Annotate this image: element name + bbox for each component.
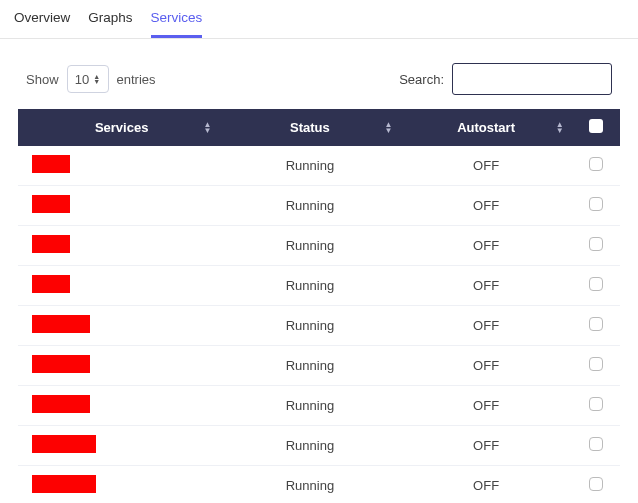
tab-services[interactable]: Services: [151, 10, 203, 38]
cell-autostart: OFF: [401, 226, 572, 266]
column-header-services[interactable]: Services ▲▼: [18, 109, 219, 146]
page-size-value: 10: [75, 72, 89, 87]
cell-select: [572, 266, 620, 306]
cell-service-name: [18, 226, 219, 266]
cell-status: Running: [219, 466, 400, 504]
cell-autostart: OFF: [401, 466, 572, 504]
tab-overview[interactable]: Overview: [14, 10, 70, 38]
cell-status: Running: [219, 186, 400, 226]
table-row: RunningOFF: [18, 226, 620, 266]
cell-autostart: OFF: [401, 146, 572, 186]
cell-autostart: OFF: [401, 346, 572, 386]
row-checkbox[interactable]: [589, 437, 603, 451]
row-checkbox[interactable]: [589, 357, 603, 371]
page-size-select[interactable]: 10 ▲▼: [67, 65, 109, 93]
column-header-autostart[interactable]: Autostart ▲▼: [401, 109, 572, 146]
table-row: RunningOFF: [18, 346, 620, 386]
cell-select: [572, 186, 620, 226]
cell-autostart: OFF: [401, 426, 572, 466]
redacted-block: [32, 275, 70, 293]
row-checkbox[interactable]: [589, 277, 603, 291]
cell-status: Running: [219, 146, 400, 186]
cell-select: [572, 346, 620, 386]
row-checkbox[interactable]: [589, 157, 603, 171]
cell-status: Running: [219, 346, 400, 386]
cell-select: [572, 426, 620, 466]
redacted-block: [32, 235, 70, 253]
redacted-block: [32, 475, 96, 493]
row-checkbox[interactable]: [589, 317, 603, 331]
cell-service-name: [18, 466, 219, 504]
row-checkbox[interactable]: [589, 397, 603, 411]
sort-icon: ▲▼: [556, 122, 564, 134]
cell-service-name: [18, 426, 219, 466]
cell-service-name: [18, 346, 219, 386]
table-row: RunningOFF: [18, 306, 620, 346]
cell-autostart: OFF: [401, 306, 572, 346]
cell-status: Running: [219, 226, 400, 266]
column-header-select-all[interactable]: [572, 109, 620, 146]
select-caret-icon: ▲▼: [93, 74, 100, 84]
table-row: RunningOFF: [18, 426, 620, 466]
show-label: Show: [26, 72, 59, 87]
redacted-block: [32, 315, 90, 333]
cell-select: [572, 386, 620, 426]
cell-service-name: [18, 186, 219, 226]
cell-select: [572, 146, 620, 186]
table-header-row: Services ▲▼ Status ▲▼ Autostart ▲▼: [18, 109, 620, 146]
tab-graphs[interactable]: Graphs: [88, 10, 132, 38]
cell-select: [572, 306, 620, 346]
search-label: Search:: [399, 72, 444, 87]
table-row: RunningOFF: [18, 146, 620, 186]
table-row: RunningOFF: [18, 186, 620, 226]
table-row: RunningOFF: [18, 386, 620, 426]
cell-service-name: [18, 266, 219, 306]
cell-service-name: [18, 306, 219, 346]
cell-status: Running: [219, 266, 400, 306]
cell-autostart: OFF: [401, 266, 572, 306]
tab-bar: Overview Graphs Services: [0, 0, 638, 39]
entries-label: entries: [117, 72, 156, 87]
redacted-block: [32, 435, 96, 453]
cell-service-name: [18, 386, 219, 426]
table-row: RunningOFF: [18, 266, 620, 306]
cell-autostart: OFF: [401, 186, 572, 226]
cell-autostart: OFF: [401, 386, 572, 426]
cell-status: Running: [219, 426, 400, 466]
select-all-checkbox[interactable]: [589, 119, 603, 133]
sort-icon: ▲▼: [203, 122, 211, 134]
cell-status: Running: [219, 386, 400, 426]
redacted-block: [32, 355, 90, 373]
column-header-status[interactable]: Status ▲▼: [219, 109, 400, 146]
row-checkbox[interactable]: [589, 197, 603, 211]
row-checkbox[interactable]: [589, 477, 603, 491]
row-checkbox[interactable]: [589, 237, 603, 251]
cell-select: [572, 466, 620, 504]
redacted-block: [32, 395, 90, 413]
cell-select: [572, 226, 620, 266]
redacted-block: [32, 155, 70, 173]
search-input[interactable]: [452, 63, 612, 95]
cell-service-name: [18, 146, 219, 186]
services-table: Services ▲▼ Status ▲▼ Autostart ▲▼ Runni…: [18, 109, 620, 503]
table-row: RunningOFF: [18, 466, 620, 504]
sort-icon: ▲▼: [385, 122, 393, 134]
table-controls: Show 10 ▲▼ entries Search:: [0, 39, 638, 109]
cell-status: Running: [219, 306, 400, 346]
redacted-block: [32, 195, 70, 213]
